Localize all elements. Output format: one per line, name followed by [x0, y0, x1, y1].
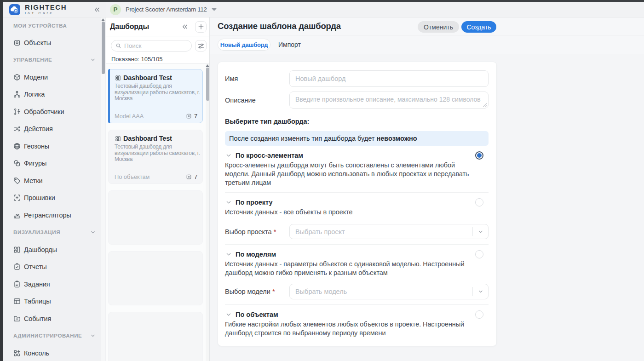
dashboard-card-description: Тестовый дашборд для визуализации работы… — [115, 83, 200, 102]
name-input[interactable] — [289, 70, 489, 87]
required-asterisk: * — [270, 288, 275, 295]
option-radio[interactable] — [475, 310, 483, 319]
description-label: Описание — [225, 97, 289, 104]
firmware-icon — [13, 194, 21, 201]
chevron-down-icon — [90, 229, 96, 235]
sidebar-item-events[interactable]: События — [3, 310, 106, 327]
option-description: Кросс-элементы дашборда могут быть сопос… — [225, 161, 489, 187]
logo-row: RIGHTECH IoT Core — [3, 2, 106, 17]
select-divider — [472, 227, 473, 236]
filter-button[interactable] — [195, 40, 207, 52]
sidebar-section-header[interactable]: УПРАВЛЕНИЕ — [3, 52, 106, 69]
create-button[interactable]: Создать — [461, 21, 496, 33]
project-avatar: P — [110, 4, 121, 15]
shapes-icon — [13, 160, 21, 167]
events-icon — [13, 315, 21, 322]
logo-icon — [9, 4, 20, 15]
sidebar-item-firmware[interactable]: Прошивки — [3, 189, 106, 207]
sidebar-item-reports[interactable]: Отчеты — [3, 258, 106, 276]
model-select[interactable]: Выбрать модель — [289, 284, 489, 299]
sidebar-item-shuffle[interactable]: Действия — [3, 120, 106, 138]
project-select[interactable]: Выбрать проект — [289, 224, 489, 239]
tab-import[interactable]: Импорт — [278, 41, 301, 48]
shown-counter: Показано: 105/105 — [106, 55, 209, 64]
chevron-down-icon[interactable] — [225, 199, 232, 206]
name-label: Имя — [225, 75, 289, 82]
sidebar-item-label: Обработчики — [24, 108, 64, 115]
dashboard-card-placeholder[interactable] — [108, 312, 203, 361]
option-radio[interactable] — [475, 250, 483, 258]
dashboard-card[interactable]: Dashboard TestТестовый дашборд для визуа… — [108, 130, 203, 184]
project-selector[interactable]: P Project Scooter Amsterdam 112 — [106, 4, 218, 15]
sidebar-collapse-icon[interactable] — [93, 6, 101, 13]
sidebar-item-dashboards[interactable]: Дашборды — [3, 241, 106, 258]
option-label: По проекту — [236, 199, 475, 206]
option-radio[interactable] — [475, 198, 483, 206]
page-title: Создание шаблона дашборда — [218, 21, 341, 31]
select-field-row: Выбор модели *Выбрать модель — [225, 284, 489, 299]
scrollbar-up-arrow-icon[interactable] — [206, 64, 209, 67]
sidebar-item-label: Дашборды — [24, 246, 57, 253]
panel-collapse-icon[interactable] — [181, 23, 189, 30]
select-divider — [472, 287, 473, 296]
brand: RIGHTECH IoT Core — [25, 4, 67, 15]
search-placeholder: Поиск — [124, 42, 141, 49]
brand-name: RIGHTECH — [25, 4, 67, 11]
sidebar-item-objects[interactable]: Объекты — [3, 34, 106, 52]
sidebar-item-logic[interactable]: Логика — [3, 86, 106, 103]
divider — [225, 244, 489, 245]
sidebar-item-handlers[interactable]: Обработчики — [3, 103, 106, 120]
handlers-icon — [13, 108, 21, 115]
dashboard-card[interactable]: Dashboard TestТестовый дашборд для визуа… — [108, 69, 203, 123]
sidebar-item-globe[interactable]: Геозоны — [3, 138, 106, 155]
dashboard-card-placeholder[interactable] — [108, 190, 203, 245]
router-icon — [13, 212, 21, 219]
sidebar-item-tasks[interactable]: Задания — [3, 275, 106, 293]
option-radio[interactable] — [475, 151, 483, 160]
tab-new-dashboard[interactable]: Новый дашборд — [218, 39, 270, 51]
sidebar-scrollbar[interactable] — [101, 17, 105, 361]
sidebar-item-console[interactable]: Консоль — [3, 344, 106, 361]
sidebar-scrollbar-thumb[interactable] — [102, 22, 105, 74]
search-input[interactable]: Поиск — [111, 40, 192, 52]
chevron-down-icon[interactable] — [225, 311, 232, 318]
sidebar-item-tag[interactable]: Метки — [3, 172, 106, 189]
chevron-down-icon — [478, 289, 483, 294]
description-textarea[interactable] — [289, 92, 489, 109]
type-heading: Выберите тип дашборда: — [225, 118, 489, 126]
add-dashboard-button[interactable] — [195, 21, 207, 33]
sidebar-item-shapes[interactable]: Фигуры — [3, 155, 106, 172]
dashboard-card-source: Model AAA — [115, 113, 186, 120]
sidebar-item-label: Действия — [24, 125, 53, 132]
required-asterisk: * — [272, 228, 276, 235]
chevron-down-icon[interactable] — [225, 152, 232, 159]
cancel-button[interactable]: Отменить — [418, 21, 459, 33]
sidebar-item-label: Таблицы — [24, 298, 51, 305]
option-description: Гибкие настройки любых элементов любых о… — [225, 320, 489, 338]
count-value: 7 — [194, 113, 197, 120]
dashboard-card-count: 7 — [186, 113, 197, 120]
panel-scrollbar[interactable] — [206, 64, 209, 361]
count-icon — [186, 113, 194, 119]
scrollbar-up-arrow-icon[interactable] — [101, 18, 105, 21]
sidebar-section-header[interactable]: АДМИНИСТРИРОВАНИЕ — [3, 327, 106, 345]
dashboard-type-options: По кросс-элементамКросс-элементы дашборд… — [225, 151, 489, 338]
sidebar-item-router[interactable]: Ретрансляторы — [3, 206, 106, 224]
dashboard-card-description: Тестовый дашборд для визуализации работы… — [115, 144, 200, 163]
chevron-down-icon[interactable] — [225, 251, 232, 258]
dashboard-card-placeholder[interactable] — [108, 251, 203, 305]
tabs-row: Новый дашбордИмпорт — [210, 35, 644, 54]
sidebar-item-tables[interactable]: Таблицы — [3, 293, 106, 310]
panel-scrollbar-thumb[interactable] — [206, 68, 209, 101]
sidebar-item-label: Объекты — [24, 39, 51, 46]
select-field-label: Выбор проекта * — [225, 228, 289, 235]
dashboard-card-count: 7 — [186, 173, 197, 180]
sidebar: RIGHTECH IoT Core МОИ УСТРОЙСТВАОбъектыУ… — [3, 2, 106, 361]
sidebar-section-header[interactable]: ВИЗУАЛИЗАЦИЯ — [3, 224, 106, 241]
description-row: Описание — [225, 92, 489, 109]
project-name: Project Scooter Amsterdam 112 — [126, 6, 207, 13]
console-icon — [13, 350, 21, 357]
sidebar-item-cube[interactable]: Модели — [3, 69, 106, 86]
project-topbar: P Project Scooter Amsterdam 112 — [106, 2, 644, 17]
sidebar-item-label: Логика — [24, 91, 45, 98]
